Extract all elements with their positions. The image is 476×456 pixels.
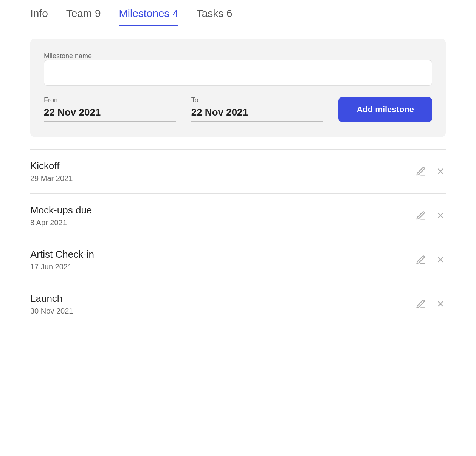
from-label: From [44, 96, 176, 104]
pencil-icon [416, 166, 426, 177]
date-row: From 22 Nov 2021 To 22 Nov 2021 Add mile… [44, 96, 432, 122]
milestone-info: Kickoff 29 Mar 2021 [30, 160, 73, 183]
milestone-info: Mock-ups due 8 Apr 2021 [30, 204, 92, 227]
milestone-info: Artist Check-in 17 Jun 2021 [30, 249, 94, 271]
milestone-date: 29 Mar 2021 [30, 174, 73, 183]
milestone-item: Launch 30 Nov 2021 ✕ [30, 282, 446, 326]
milestone-actions: ✕ [414, 253, 446, 267]
milestone-date: 17 Jun 2021 [30, 263, 94, 271]
delete-milestone-button[interactable]: ✕ [435, 254, 446, 266]
delete-milestone-button[interactable]: ✕ [435, 298, 446, 310]
pencil-icon [416, 255, 426, 265]
delete-milestone-button[interactable]: ✕ [435, 165, 446, 178]
milestone-name: Launch [30, 293, 73, 305]
milestone-item: Artist Check-in 17 Jun 2021 ✕ [30, 238, 446, 282]
milestone-name: Artist Check-in [30, 249, 94, 260]
milestone-name-label: Milestone name [44, 52, 92, 60]
from-date-group: From 22 Nov 2021 [44, 96, 176, 122]
milestone-name: Kickoff [30, 160, 73, 172]
milestone-item: Mock-ups due 8 Apr 2021 ✕ [30, 194, 446, 238]
close-icon: ✕ [437, 300, 444, 309]
delete-milestone-button[interactable]: ✕ [435, 210, 446, 222]
milestone-info: Launch 30 Nov 2021 [30, 293, 73, 315]
pencil-icon [416, 299, 426, 309]
close-icon: ✕ [437, 211, 444, 220]
pencil-icon [416, 210, 426, 221]
tab-tasks[interactable]: Tasks 6 [197, 8, 233, 26]
tabs-nav: Info Team 9 Milestones 4 Tasks 6 [30, 8, 446, 26]
milestone-form-card: Milestone name From 22 Nov 2021 To 22 No… [30, 39, 446, 137]
milestone-list: Kickoff 29 Mar 2021 ✕ Mock-ups due 8 Apr… [30, 149, 446, 326]
milestone-item: Kickoff 29 Mar 2021 ✕ [30, 149, 446, 194]
add-milestone-button[interactable]: Add milestone [338, 97, 432, 122]
edit-milestone-button[interactable] [414, 209, 428, 223]
to-label: To [191, 96, 324, 104]
from-date-value[interactable]: 22 Nov 2021 [44, 107, 176, 122]
milestone-name-input[interactable] [44, 60, 432, 86]
tab-milestones[interactable]: Milestones 4 [119, 8, 178, 26]
edit-milestone-button[interactable] [414, 297, 428, 311]
milestone-date: 8 Apr 2021 [30, 218, 92, 227]
to-date-value[interactable]: 22 Nov 2021 [191, 107, 324, 122]
milestone-actions: ✕ [414, 297, 446, 311]
to-date-group: To 22 Nov 2021 [191, 96, 324, 122]
tab-info[interactable]: Info [30, 8, 48, 26]
close-icon: ✕ [437, 255, 444, 264]
milestone-actions: ✕ [414, 165, 446, 178]
close-icon: ✕ [437, 167, 444, 176]
edit-milestone-button[interactable] [414, 165, 428, 178]
edit-milestone-button[interactable] [414, 253, 428, 267]
milestone-name: Mock-ups due [30, 204, 92, 216]
tab-team[interactable]: Team 9 [66, 8, 101, 26]
milestone-actions: ✕ [414, 209, 446, 223]
milestone-date: 30 Nov 2021 [30, 307, 73, 315]
